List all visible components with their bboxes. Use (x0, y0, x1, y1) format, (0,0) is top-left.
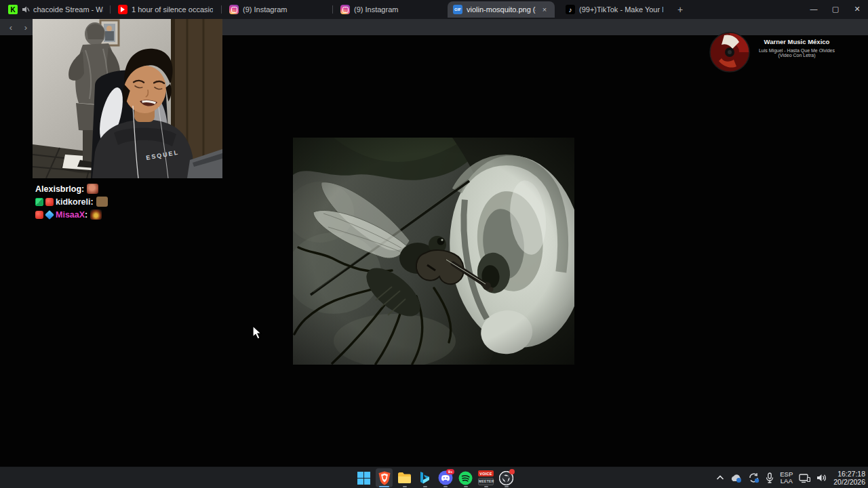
window-close-button[interactable]: ✕ (846, 0, 868, 18)
tray-microphone-icon[interactable] (766, 472, 774, 483)
taskbar-bing-button[interactable] (416, 468, 433, 487)
chat-username: Alexisbrlog (35, 184, 81, 194)
tray-volume-icon[interactable] (816, 473, 827, 483)
language-indicator[interactable]: ESP LAA (780, 471, 793, 485)
tab-active-violin-mosquito[interactable]: GIF violin-mosquito.png (498×405) × (448, 1, 555, 18)
tab-title: chacoide Stream - Watch Live on (33, 5, 103, 14)
taskbar-voicemeeter-button[interactable]: VOICE MEETER (477, 468, 494, 487)
tab-separator (221, 5, 222, 14)
tray-app-icon[interactable] (730, 473, 742, 483)
gift-badge-icon (45, 198, 54, 206)
tab-title: violin-mosquito.png (498×405) (467, 5, 536, 14)
chat-message: MisaaX: (35, 208, 108, 221)
tab-separator (332, 5, 333, 14)
chat-emote-meme-face (87, 184, 98, 194)
gif-file-icon: GIF (453, 5, 462, 14)
tab-kick-stream[interactable]: K chacoide Stream - Watch Live on (3, 1, 108, 18)
system-tray: ESP LAA 16:27:18 20/2/2026 (716, 467, 865, 488)
tab-title: (99+)TikTok - Make Your Day (579, 5, 663, 14)
tab-separator (110, 5, 111, 14)
clock-date: 20/2/2026 (833, 478, 865, 486)
windows-taskbar: 9+ VOICE MEETER (0, 466, 868, 488)
voicemeeter-icon: VOICE MEETER (478, 470, 494, 485)
taskbar-spotify-button[interactable] (457, 468, 474, 487)
music-track-title: Luis Miguel - Hasta Que Me Olvides (753, 48, 840, 53)
forward-button[interactable]: › (19, 21, 33, 33)
chat-emote-cat (96, 197, 108, 207)
music-track-subtitle: (Video Con Letra) (753, 53, 840, 58)
window-maximize-button[interactable]: ▢ (825, 0, 846, 18)
now-playing-widget: Warner Music México Luis Miguel - Hasta … (709, 31, 840, 73)
windows-logo-icon (357, 472, 370, 485)
file-explorer-icon (397, 472, 412, 484)
tab-title: (9) Instagram (243, 5, 324, 14)
webcam-overlay: ESQUEL (33, 19, 222, 178)
tab-tiktok[interactable]: ♪ (99+)TikTok - Make Your Day (560, 1, 669, 18)
mouse-cursor (252, 325, 263, 340)
tab-title: 1 hour of silence occasionally broken (132, 5, 213, 14)
back-button[interactable]: ‹ (4, 21, 18, 33)
tab-muted-icon[interactable] (22, 5, 30, 14)
tray-sync-icon[interactable] (748, 472, 760, 483)
chat-emote-dark-cat (90, 209, 102, 220)
obs-recording-badge (509, 469, 515, 474)
music-channel-name: Warner Music México (753, 38, 840, 45)
taskbar-file-explorer-button[interactable] (396, 468, 413, 487)
instagram-icon (340, 5, 350, 14)
tab-title: (9) Instagram (354, 5, 435, 14)
album-art-disc (709, 31, 751, 73)
brave-icon (378, 471, 391, 485)
stream-chat: Alexisbrlog: kidkoreli: MisaaX: (35, 182, 108, 221)
tray-network-icon[interactable] (799, 473, 810, 483)
window-minimize-button[interactable]: — (803, 0, 825, 18)
tab-instagram-2[interactable]: (9) Instagram (335, 1, 441, 18)
gift-badge-icon (35, 211, 43, 219)
clock-time: 16:27:18 (833, 470, 865, 478)
tab-instagram-1[interactable]: (9) Instagram (224, 1, 330, 18)
browser-tab-bar: K chacoide Stream - Watch Live on 1 hour… (0, 0, 868, 19)
taskbar-brave-button[interactable] (376, 468, 393, 487)
tray-chevron-icon[interactable] (716, 475, 724, 481)
taskbar-clock[interactable]: 16:27:18 20/2/2026 (833, 470, 865, 486)
tab-close-icon[interactable]: × (540, 5, 549, 14)
sub-badge-icon (35, 198, 43, 206)
new-tab-button[interactable]: + (674, 3, 686, 16)
chat-username: kidkoreli (56, 197, 90, 207)
bing-icon (419, 471, 431, 485)
tiktok-icon: ♪ (566, 5, 575, 14)
spotify-icon (458, 471, 473, 485)
taskbar-discord-button[interactable]: 9+ (437, 468, 454, 487)
kick-icon: K (8, 5, 18, 14)
tab-youtube[interactable]: 1 hour of silence occasionally broken (113, 1, 218, 18)
diamond-badge-icon (45, 210, 54, 220)
chat-message: kidkoreli: (35, 195, 108, 208)
taskbar-obs-button[interactable] (498, 468, 515, 487)
start-button[interactable] (355, 468, 372, 487)
chat-message: Alexisbrlog: (35, 182, 108, 195)
violin-mosquito-image[interactable] (293, 138, 574, 365)
discord-notification-badge: 9+ (446, 469, 454, 474)
chat-username: MisaaX (56, 210, 85, 220)
youtube-icon (118, 5, 127, 14)
instagram-icon (229, 5, 239, 14)
